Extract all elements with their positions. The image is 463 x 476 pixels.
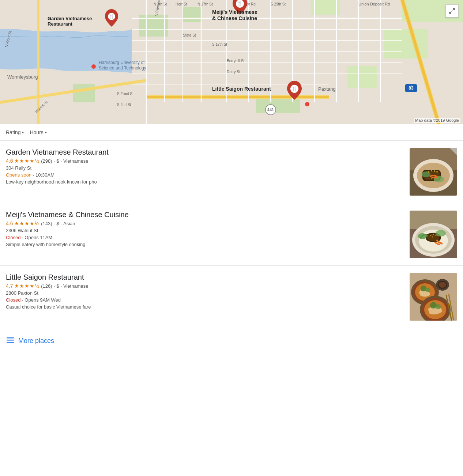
cuisine-garden: Vietnamese [63, 158, 88, 164]
address-meijis: 2306 Walnut St [6, 228, 404, 233]
svg-point-85 [418, 233, 427, 239]
desc-meijis: Simple eatery with homestyle cooking [6, 242, 404, 247]
hours-row-meijis: Closed · Opens 11AM [6, 235, 404, 240]
review-count-meijis: (143) [41, 221, 52, 226]
svg-text:S Front St: S Front St [117, 92, 133, 96]
price-meijis: $ [56, 221, 59, 226]
svg-text:441: 441 [267, 107, 274, 112]
svg-text:🍴: 🍴 [109, 14, 114, 19]
svg-point-64 [305, 102, 309, 106]
price-little-saigon: $ [56, 283, 59, 289]
svg-text:Little Saigon Restaurant: Little Saigon Restaurant [212, 86, 271, 92]
hours-time-garden: 10:30AM [35, 172, 54, 178]
restaurant-rating-row-garden: 4.6 ★★★★½ (298) · $ · Vietnamese [6, 158, 404, 164]
restaurant-info-little-saigon: Little Saigon Restaurant 4.7 ★★★★½ (126)… [6, 273, 410, 310]
hours-row-garden: Opens soon · 10:30AM [6, 172, 404, 178]
restaurant-name-little-saigon: Little Saigon Restaurant [6, 273, 404, 282]
svg-rect-2 [183, 7, 201, 22]
svg-text:State St: State St [183, 33, 196, 37]
desc-garden: Low-key neighborhood nook known for pho [6, 179, 404, 185]
svg-point-87 [430, 235, 432, 236]
svg-point-88 [433, 234, 434, 235]
stars-meijis: ★★★★½ [14, 220, 39, 226]
svg-point-104 [430, 302, 437, 309]
rating-filter-label: Rating [6, 129, 20, 135]
address-garden: 304 Reily St [6, 165, 404, 171]
restaurant-name-meijis: Meiji's Vietnamese & Chinese Cuisine [6, 211, 404, 219]
map-expand-button[interactable] [445, 4, 459, 18]
svg-text:Paxtang: Paxtang [318, 86, 336, 92]
hours-filter-label: Hours [30, 129, 43, 135]
hours-row-little-saigon: Closed · Opens 9AM Wed [6, 297, 404, 303]
cuisine-little-saigon: Vietnamese [63, 283, 88, 289]
stars-little-saigon: ★★★★½ [14, 283, 39, 289]
status-meijis: Closed [6, 235, 20, 240]
svg-rect-7 [311, 0, 340, 15]
cuisine-meijis: Asian [63, 221, 75, 226]
svg-point-100 [439, 282, 446, 288]
food-image-garden [410, 148, 457, 196]
hours-garden: · [33, 172, 35, 178]
svg-rect-4 [347, 66, 377, 88]
svg-point-96 [421, 286, 426, 291]
svg-point-97 [426, 288, 430, 292]
svg-text:🍴: 🍴 [291, 86, 298, 92]
svg-text:🍴: 🍴 [237, 0, 243, 7]
review-count-garden: (298) [41, 158, 52, 164]
restaurant-rating-row-little-saigon: 4.7 ★★★★½ (126) · $ · Vietnamese [6, 283, 404, 289]
filters-bar: Rating ▾ Hours ▾ [0, 124, 463, 141]
hours-chevron-icon: ▾ [45, 131, 47, 135]
hours-filter-button[interactable]: Hours ▾ [30, 128, 46, 137]
rating-number-meijis: 4.6 [6, 220, 13, 226]
more-places-icon [6, 336, 15, 346]
svg-point-52 [91, 64, 96, 69]
review-count-little-saigon: (126) [41, 283, 52, 289]
more-places-label: More places [18, 337, 54, 345]
price-garden: $ [56, 158, 59, 164]
svg-rect-110 [7, 342, 14, 343]
svg-rect-8 [73, 84, 95, 102]
svg-text:Science and Technology: Science and Technology [99, 65, 146, 71]
rating-number-garden: 4.6 [6, 158, 13, 164]
stars-garden: ★★★★½ [14, 158, 39, 164]
food-image-little-saigon [410, 273, 457, 321]
svg-text:Herr St: Herr St [176, 2, 187, 6]
svg-text:Berryhill St: Berryhill St [227, 59, 245, 63]
hours-time-meijis: Opens 11AM [25, 235, 52, 240]
svg-point-77 [434, 170, 435, 172]
more-places-section[interactable]: More places [0, 328, 463, 354]
restaurant-item-little-saigon[interactable]: Little Saigon Restaurant 4.7 ★★★★½ (126)… [0, 266, 463, 328]
desc-little-saigon: Casual choice for basic Vietnamese fare [6, 304, 404, 310]
svg-rect-5 [384, 29, 428, 58]
svg-text:S 17th St: S 17th St [212, 42, 227, 46]
svg-line-66 [449, 12, 451, 14]
svg-point-76 [431, 170, 432, 171]
restaurant-info-meijis: Meiji's Vietnamese & Chinese Cuisine 4.6… [6, 211, 410, 247]
restaurant-rating-row-meijis: 4.6 ★★★★½ (143) · $ · Asian [6, 220, 404, 226]
svg-rect-108 [7, 337, 14, 339]
hours-time-little-saigon: Opens 9AM Wed [25, 297, 61, 303]
svg-text:I: I [411, 84, 411, 87]
svg-text:Meiji's Vietnamese: Meiji's Vietnamese [212, 9, 257, 15]
restaurant-name-garden: Garden Vietnamese Restaurant [6, 148, 404, 156]
restaurant-item-garden[interactable]: Garden Vietnamese Restaurant 4.6 ★★★★½ (… [0, 141, 463, 203]
rating-filter-button[interactable]: Rating ▾ [6, 128, 24, 137]
restaurant-list: Garden Vietnamese Restaurant 4.6 ★★★★½ (… [0, 141, 463, 328]
rating-number-little-saigon: 4.7 [6, 283, 13, 289]
svg-point-90 [432, 237, 433, 238]
svg-point-86 [436, 230, 446, 237]
svg-text:Garden Vietnamese: Garden Vietnamese [48, 16, 92, 21]
svg-text:S 29th St: S 29th St [271, 2, 286, 6]
restaurant-item-meijis[interactable]: Meiji's Vietnamese & Chinese Cuisine 4.6… [0, 203, 463, 266]
status-little-saigon: Closed [6, 297, 20, 303]
rating-chevron-icon: ▾ [22, 131, 24, 135]
map-copyright: Map data ©2019 Google [414, 118, 460, 123]
svg-rect-109 [7, 340, 14, 341]
food-image-meijis [410, 211, 457, 258]
svg-point-78 [436, 171, 438, 173]
svg-text:S 2nd St: S 2nd St [117, 103, 131, 107]
status-garden: Opens soon [6, 172, 31, 178]
svg-text:Restaurant: Restaurant [48, 21, 73, 27]
svg-point-105 [436, 304, 441, 309]
svg-point-75 [428, 171, 429, 173]
